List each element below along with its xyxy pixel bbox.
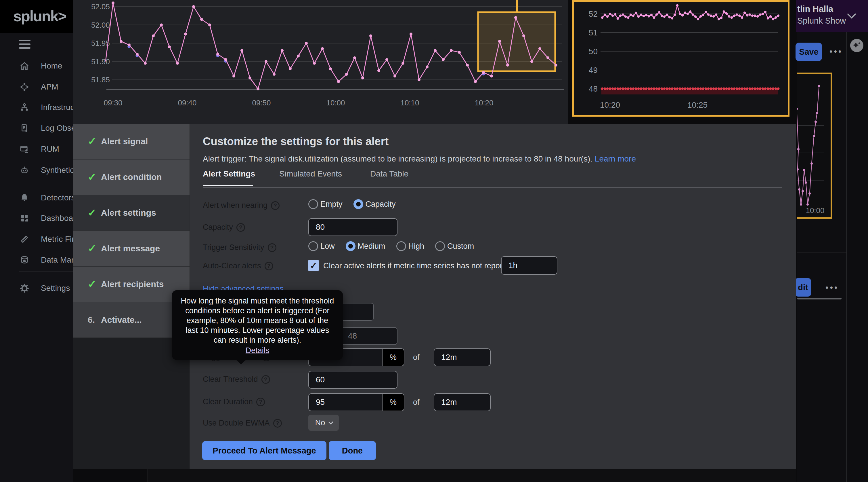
- svg-text:51.95: 51.95: [91, 39, 110, 48]
- detector-signal-chart-svg: 52.0552.0051.9551.9051.8509:3009:4009:50…: [73, 0, 568, 124]
- learn-more-link[interactable]: Learn more: [595, 154, 636, 163]
- page-title: Customize the settings for this alert: [203, 135, 389, 148]
- check-icon: ✓: [88, 278, 101, 290]
- rum-icon: [20, 144, 29, 154]
- auto-clear-checkbox[interactable]: ✓: [308, 260, 319, 271]
- radio-control: [435, 241, 445, 251]
- wizard-step-alert-settings[interactable]: ✓Alert settings: [73, 195, 189, 231]
- clear-duration-window-input[interactable]: [434, 393, 491, 411]
- help-icon[interactable]: ?: [271, 201, 280, 210]
- details-link[interactable]: Details: [246, 345, 270, 355]
- dashboard-side-panel: Save ••• 10:00 dit •••: [797, 32, 846, 482]
- trigger-sensitivity-radio-custom[interactable]: Custom: [435, 241, 474, 251]
- hamburger-menu-icon[interactable]: [19, 40, 30, 50]
- edit-button[interactable]: dit: [795, 278, 811, 296]
- auto-clear-label: Clear active alerts if metric time serie…: [323, 261, 524, 271]
- user-name: tlin Halla: [797, 4, 833, 14]
- alert-when-nearing-radio-empty[interactable]: Empty: [308, 199, 343, 209]
- mini-chart-svg: 10:00: [797, 74, 831, 217]
- detectors-icon: [20, 193, 29, 203]
- clear-duration-unit: %: [382, 393, 404, 411]
- tab-simulated-events[interactable]: Simulated Events: [279, 169, 342, 178]
- check-icon: ✓: [88, 243, 101, 255]
- scrollbar-thumb[interactable]: [797, 298, 841, 300]
- nav-divider: [19, 272, 74, 272]
- help-icon[interactable]: ?: [273, 419, 282, 428]
- alert-zoom-chart-svg: 525150494810:2010:25: [574, 2, 788, 115]
- check-icon: ✓: [88, 171, 101, 183]
- ai-assistant-icon[interactable]: [850, 38, 864, 52]
- wizard-step-alert-condition[interactable]: ✓Alert condition: [73, 160, 189, 195]
- wizard-step-alert-message[interactable]: ✓Alert message: [73, 231, 189, 266]
- alert-trigger-summary: Alert trigger: The signal disk.utilizati…: [203, 154, 636, 164]
- alert-when-nearing-radio-capacity[interactable]: Capacity: [353, 199, 396, 209]
- more-menu-icon[interactable]: •••: [830, 47, 843, 56]
- tabs-divider: [203, 187, 782, 188]
- check-icon: ✓: [88, 135, 101, 147]
- trigger-duration-tooltip: How long the signal must meet the thresh…: [172, 290, 343, 360]
- user-org: Splunk Show: [797, 16, 846, 26]
- trigger-sensitivity-radio-medium[interactable]: Medium: [346, 241, 385, 251]
- wizard-step-alert-signal[interactable]: ✓Alert signal: [73, 124, 189, 160]
- nav-sidebar: splunk> HomeAPMInfrastructureLog Observe…: [0, 0, 73, 482]
- dashboards-icon: [20, 214, 29, 223]
- svg-text:51: 51: [589, 28, 598, 37]
- tooltip-caret: [236, 360, 246, 364]
- help-icon[interactable]: ?: [261, 375, 270, 384]
- check-icon: ✓: [88, 207, 101, 219]
- svg-text:09:30: 09:30: [103, 98, 122, 107]
- trigger-sensitivity-radio-high[interactable]: High: [396, 241, 425, 251]
- field-label-clear-threshold: Clear Threshold ?: [203, 375, 270, 384]
- help-icon[interactable]: ?: [268, 243, 276, 252]
- field-label-capacity: Capacity ?: [203, 223, 245, 232]
- chevron-down-icon: [329, 420, 333, 424]
- dashboard-mini-chart: 10:00: [797, 73, 832, 219]
- radio-control: [396, 241, 406, 251]
- radio-control: [346, 241, 355, 251]
- capacity-input[interactable]: [308, 218, 398, 236]
- trigger-duration-window-input[interactable]: [434, 348, 491, 366]
- detector-signal-chart: 52.0552.0051.9551.9051.8509:3009:4009:50…: [73, 0, 568, 124]
- field-label-trigger-sensitivity: Trigger Sensitivity ?: [203, 243, 276, 252]
- step-number: 6.: [88, 315, 101, 325]
- svg-text:10:00: 10:00: [806, 206, 824, 215]
- field-label-auto-clear: Auto-Clear alerts ?: [203, 261, 273, 271]
- svg-text:09:40: 09:40: [178, 98, 196, 107]
- splunk-logo: splunk>: [13, 7, 66, 25]
- use-double-ewma-select[interactable]: No: [308, 415, 339, 431]
- trigger-duration-unit: %: [382, 348, 404, 366]
- user-header: tlin Halla Splunk Show: [796, 0, 868, 32]
- help-icon[interactable]: ?: [237, 223, 245, 232]
- field-label-use-double-ewma: Use Double EWMA ?: [203, 419, 282, 428]
- svg-text:52.05: 52.05: [91, 2, 110, 11]
- active-tab-underline: [203, 185, 253, 186]
- chevron-down-icon[interactable]: [847, 9, 856, 19]
- help-icon[interactable]: ?: [265, 262, 273, 271]
- svg-text:09:50: 09:50: [252, 98, 271, 107]
- synthetics-icon: [20, 165, 29, 175]
- save-button[interactable]: Save: [796, 42, 822, 61]
- clear-threshold-input[interactable]: [308, 371, 398, 389]
- clear-duration-input[interactable]: [308, 393, 382, 411]
- alert-zoom-chart: 525150494810:2010:25: [572, 0, 789, 117]
- svg-text:10:20: 10:20: [474, 98, 493, 107]
- more-menu-icon[interactable]: •••: [826, 283, 839, 292]
- metric-finder-icon: [20, 234, 29, 244]
- settings-icon: [20, 283, 29, 293]
- svg-text:51.90: 51.90: [91, 57, 110, 66]
- assistant-rail: [847, 32, 868, 482]
- help-icon[interactable]: ?: [256, 398, 265, 406]
- page-background: [148, 469, 796, 482]
- log-observer-icon: [20, 123, 29, 133]
- auto-clear-duration-input[interactable]: [501, 256, 557, 275]
- tab-data-table[interactable]: Data Table: [370, 169, 408, 178]
- trigger-sensitivity-radio-low[interactable]: Low: [308, 241, 335, 251]
- field-label-alert-when-nearing: Alert when nearing ?: [203, 201, 280, 210]
- panel-divider: [148, 469, 148, 482]
- svg-text:10:00: 10:00: [326, 98, 345, 107]
- svg-text:10:10: 10:10: [400, 98, 419, 107]
- svg-text:50: 50: [589, 47, 598, 56]
- proceed-to-alert-message-button[interactable]: Proceed To Alert Message: [202, 441, 327, 460]
- tab-alert-settings[interactable]: Alert Settings: [203, 169, 255, 178]
- done-button[interactable]: Done: [329, 441, 376, 460]
